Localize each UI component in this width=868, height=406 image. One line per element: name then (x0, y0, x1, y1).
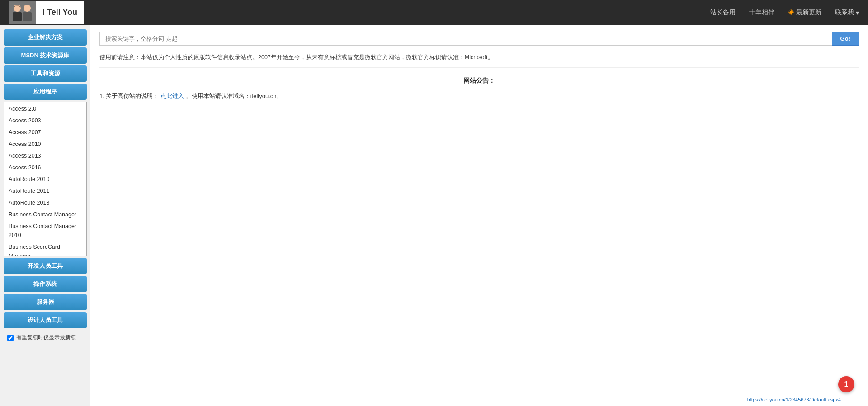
notice-text: 使用前请注意：本站仅为个人性质的原版软件信息收录站点。2007年开始至今，从未有… (99, 54, 494, 61)
svg-point-1 (14, 5, 21, 12)
layout: 企业解决方案 MSDN 技术资源库 工具和资源 应用程序 Access 2.0A… (0, 25, 868, 406)
nav-links: 站长备用 十年相伴 ◈ 最新更新 联系我 ▾ (710, 9, 859, 17)
sidebar-btn-enterprise[interactable]: 企业解决方案 (4, 29, 87, 46)
svg-point-3 (24, 5, 31, 12)
svg-rect-4 (23, 12, 32, 21)
app-list-item[interactable]: AutoRoute 2010 (4, 173, 86, 185)
logo-image (9, 1, 36, 24)
announcement-item1-suffix: 。使用本站请认准域名：itellyou.cn。 (186, 93, 283, 99)
search-area: Go! (99, 32, 859, 46)
latest-only-checkbox[interactable] (7, 335, 14, 341)
nav-item-contact[interactable]: 联系我 ▾ (835, 9, 859, 17)
sidebar: 企业解决方案 MSDN 技术资源库 工具和资源 应用程序 Access 2.0A… (0, 25, 90, 406)
app-list-item[interactable]: AutoRoute 2013 (4, 197, 86, 209)
search-input[interactable] (99, 32, 832, 46)
nav-item-tenyears[interactable]: 十年相伴 (749, 9, 774, 17)
app-list: Access 2.0Access 2003Access 2007Access 2… (4, 102, 86, 256)
nav-item-stationbackup[interactable]: 站长备用 (710, 9, 736, 17)
app-list-item[interactable]: Access 2016 (4, 162, 86, 173)
app-list-item[interactable]: Business Contact Manager (4, 209, 86, 220)
app-list-section: Access 2.0Access 2003Access 2007Access 2… (4, 102, 87, 256)
announcement-title: 网站公告： (99, 77, 859, 85)
app-list-item[interactable]: Access 2010 (4, 138, 86, 150)
sidebar-btn-apps[interactable]: 应用程序 (4, 84, 87, 100)
search-button[interactable]: Go! (832, 32, 859, 46)
floating-badge[interactable]: 1 (838, 376, 854, 392)
app-list-item[interactable]: Access 2013 (4, 150, 86, 162)
app-list-item[interactable]: Business Contact Manager 2010 (4, 220, 86, 241)
sidebar-btn-os[interactable]: 操作系统 (4, 276, 87, 292)
app-list-item[interactable]: Access 2007 (4, 126, 86, 138)
nav-item-updates[interactable]: ◈ 最新更新 (788, 9, 821, 17)
logo-area: I Tell You (9, 1, 84, 24)
announcement: 网站公告： 1. 关于高仿站的说明： 点此进入 。使用本站请认准域名：itell… (99, 77, 859, 102)
announcement-item1-prefix: 1. 关于高仿站的说明： (99, 93, 159, 99)
svg-rect-2 (13, 12, 22, 21)
latest-only-label: 有重复项时仅显示最新项 (16, 334, 76, 341)
sidebar-btn-designer[interactable]: 设计人员工具 (4, 312, 87, 328)
notice-bar: 使用前请注意：本站仅为个人性质的原版软件信息收录站点。2007年开始至今，从未有… (99, 52, 859, 68)
main-content: Go! 使用前请注意：本站仅为个人性质的原版软件信息收录站点。2007年开始至今… (90, 25, 868, 406)
rss-icon: ◈ (788, 9, 794, 16)
sidebar-btn-tools[interactable]: 工具和资源 (4, 65, 87, 82)
app-list-item[interactable]: AutoRoute 2011 (4, 185, 86, 197)
footer-link[interactable]: https://itellyou.cn/1/2345678/Default.as… (747, 397, 841, 402)
app-list-item[interactable]: Access 2003 (4, 115, 86, 126)
sidebar-btn-msdn[interactable]: MSDN 技术资源库 (4, 47, 87, 64)
app-list-item[interactable]: Access 2.0 (4, 103, 86, 115)
chevron-down-icon: ▾ (856, 9, 859, 16)
app-list-item[interactable]: Business ScoreCard Manager (4, 241, 86, 256)
logo-text[interactable]: I Tell You (36, 1, 84, 24)
header: I Tell You 站长备用 十年相伴 ◈ 最新更新 联系我 ▾ (0, 0, 868, 25)
checkbox-area: 有重复项时仅显示最新项 (4, 330, 87, 345)
announcement-item1-link[interactable]: 点此进入 (160, 93, 184, 99)
sidebar-btn-devtools[interactable]: 开发人员工具 (4, 258, 87, 274)
sidebar-btn-server[interactable]: 服务器 (4, 294, 87, 310)
announcement-item1: 1. 关于高仿站的说明： 点此进入 。使用本站请认准域名：itellyou.cn… (99, 90, 859, 102)
